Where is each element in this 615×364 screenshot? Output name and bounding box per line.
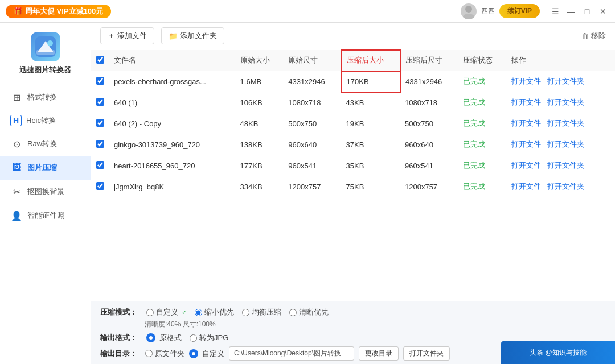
row-checkbox-4[interactable]	[96, 161, 104, 169]
sidebar-item-format[interactable]: ⊞ 格式转换	[0, 85, 91, 109]
header-orig-dim: 原始尺寸	[284, 50, 341, 71]
mode-balanced-radio[interactable]	[242, 309, 249, 316]
open-file-link-2[interactable]: 打开文件	[511, 119, 541, 127]
row-status: 已完成	[458, 155, 507, 176]
format-to-jpg-radio[interactable]	[190, 334, 197, 342]
change-dir-button[interactable]: 更改目录	[359, 346, 399, 361]
branding-bar: 头条 @知识与技能	[501, 341, 615, 364]
mode-custom[interactable]: 自定义 ✓	[146, 307, 187, 317]
sidebar-item-raw[interactable]: ⊙ Raw转换	[0, 132, 91, 156]
mode-clear[interactable]: 清晰优先	[289, 307, 329, 317]
menu-button[interactable]: ☰	[549, 5, 561, 18]
format-to-jpg[interactable]: 转为JPG	[190, 333, 228, 343]
mode-balanced[interactable]: 均衡压缩	[242, 307, 281, 317]
table-row: jJgmXlrg_bq8K 334KB 1200x757 75KB 1200x7…	[91, 176, 615, 197]
row-comp-size: 170KB	[342, 71, 400, 92]
sidebar-item-compress[interactable]: 🖼 图片压缩	[0, 156, 91, 180]
row-status: 已完成	[458, 134, 507, 155]
add-file-button[interactable]: ＋ 添加文件	[100, 27, 154, 44]
row-orig-dim: 4331x2946	[284, 71, 341, 92]
dir-custom[interactable]: 自定义	[189, 349, 224, 359]
row-actions: 打开文件 打开文件夹	[507, 113, 615, 134]
header-comp-size: 压缩后大小	[342, 50, 400, 71]
row-comp-dim: 4331x2946	[400, 71, 458, 92]
id-photo-icon: 👤	[10, 209, 23, 222]
open-dir-button[interactable]: 打开文件夹	[403, 346, 450, 361]
open-folder-link-0[interactable]: 打开文件夹	[547, 77, 584, 85]
row-orig-dim: 960x541	[284, 155, 341, 176]
sidebar-label-format: 格式转换	[27, 92, 57, 102]
sidebar-item-heic[interactable]: H Heic转换	[0, 109, 91, 132]
open-folder-link-3[interactable]: 打开文件夹	[547, 140, 584, 148]
minimize-button[interactable]: —	[565, 5, 577, 18]
row-checkbox-5[interactable]	[96, 182, 104, 190]
dir-source-radio[interactable]	[145, 350, 153, 357]
raw-icon: ⊙	[10, 138, 23, 150]
row-comp-dim: 1200x757	[400, 176, 458, 197]
row-checkbox-1[interactable]	[96, 98, 104, 106]
open-folder-link-1[interactable]: 打开文件夹	[547, 98, 584, 106]
row-comp-size: 43KB	[342, 92, 400, 113]
file-table-wrap[interactable]: 文件名 原始大小 原始尺寸 压缩后大小 压缩后尺寸 压缩状态 操作 pexels…	[91, 49, 615, 301]
remove-icon: 🗑	[581, 32, 589, 40]
row-checkbox-3[interactable]	[96, 140, 104, 148]
row-checkbox-2[interactable]	[96, 119, 104, 127]
mode-custom-label: 自定义	[156, 307, 178, 317]
open-file-link-3[interactable]: 打开文件	[511, 140, 541, 148]
sidebar-item-bg[interactable]: ✂ 抠图换背景	[0, 180, 91, 204]
row-filename: pexels-eberhard-grossgas...	[109, 71, 236, 92]
row-comp-dim: 1080x718	[400, 92, 458, 113]
row-orig-dim: 1080x718	[284, 92, 341, 113]
vip-button[interactable]: 续订VIP	[499, 4, 540, 18]
mode-clear-radio[interactable]	[289, 309, 297, 316]
row-comp-dim: 960x541	[400, 155, 458, 176]
format-to-jpg-label: 转为JPG	[199, 333, 228, 343]
output-format-options: 原格式 转为JPG	[146, 333, 228, 343]
table-row: 640 (1) 106KB 1080x718 43KB 1080x718 已完成…	[91, 92, 615, 113]
mode-custom-radio[interactable]	[146, 309, 154, 316]
row-checkbox-cell	[91, 176, 109, 197]
user-name: 四四	[481, 6, 495, 16]
remove-button[interactable]: 🗑 移除	[581, 31, 606, 41]
close-button[interactable]: ✕	[597, 5, 609, 18]
content-area: ＋ 添加文件 📁 添加文件夹 🗑 移除	[91, 23, 615, 364]
sidebar-label-compress: 图片压缩	[27, 163, 57, 173]
open-folder-link-5[interactable]: 打开文件夹	[547, 182, 584, 191]
user-avatar[interactable]	[461, 3, 477, 19]
open-file-link-1[interactable]: 打开文件	[511, 98, 541, 106]
open-folder-link-4[interactable]: 打开文件夹	[547, 161, 584, 169]
mode-shrink[interactable]: 缩小优先	[195, 307, 234, 317]
promo-banner[interactable]: 🎁 周年大促 VIP立减100元	[6, 5, 111, 18]
header-actions: 操作	[507, 50, 615, 71]
row-orig-size: 1.6MB	[236, 71, 284, 92]
header-orig-size: 原始大小	[236, 50, 284, 71]
title-bar: 🎁 周年大促 VIP立减100元 四四 续订VIP ☰ — □ ✕	[0, 0, 615, 23]
format-original[interactable]: 原格式	[146, 333, 182, 343]
restore-button[interactable]: □	[581, 5, 593, 18]
dir-source-folder[interactable]: 原文件夹	[145, 349, 184, 359]
row-comp-size: 75KB	[342, 176, 400, 197]
promo-text: 周年大促 VIP立减100元	[25, 6, 103, 16]
sidebar-item-id-photo[interactable]: 👤 智能证件照	[0, 204, 91, 228]
compress-mode-options: 自定义 ✓ 缩小优先 均衡压缩 清晰优先	[146, 307, 329, 317]
row-checkbox-cell	[91, 113, 109, 134]
select-all-checkbox[interactable]	[96, 56, 104, 64]
row-filename: jJgmXlrg_bq8K	[109, 176, 236, 197]
open-folder-link-2[interactable]: 打开文件夹	[547, 119, 584, 127]
open-file-link-5[interactable]: 打开文件	[511, 182, 541, 191]
file-toolbar: ＋ 添加文件 📁 添加文件夹 🗑 移除	[91, 23, 615, 49]
row-status: 已完成	[458, 71, 507, 92]
sidebar-nav: ⊞ 格式转换 H Heic转换 ⊙ Raw转换 🖼 图片压缩 ✂ 抠图换背景 👤	[0, 85, 91, 228]
svg-point-1	[463, 14, 474, 19]
header-comp-dim: 压缩后尺寸	[400, 50, 458, 71]
mode-clear-label: 清晰优先	[299, 307, 329, 317]
row-checkbox-0[interactable]	[96, 77, 104, 85]
open-file-link-0[interactable]: 打开文件	[511, 77, 541, 85]
output-format-label: 输出格式：	[100, 333, 137, 343]
mode-shrink-radio[interactable]	[195, 309, 202, 316]
svg-point-0	[465, 6, 472, 13]
add-folder-button[interactable]: 📁 添加文件夹	[161, 27, 224, 44]
row-filename: heart-2016655_960_720	[109, 155, 236, 176]
open-file-link-4[interactable]: 打开文件	[511, 161, 541, 169]
compress-subtext: 清晰度:40% 尺寸:100%	[145, 320, 606, 329]
